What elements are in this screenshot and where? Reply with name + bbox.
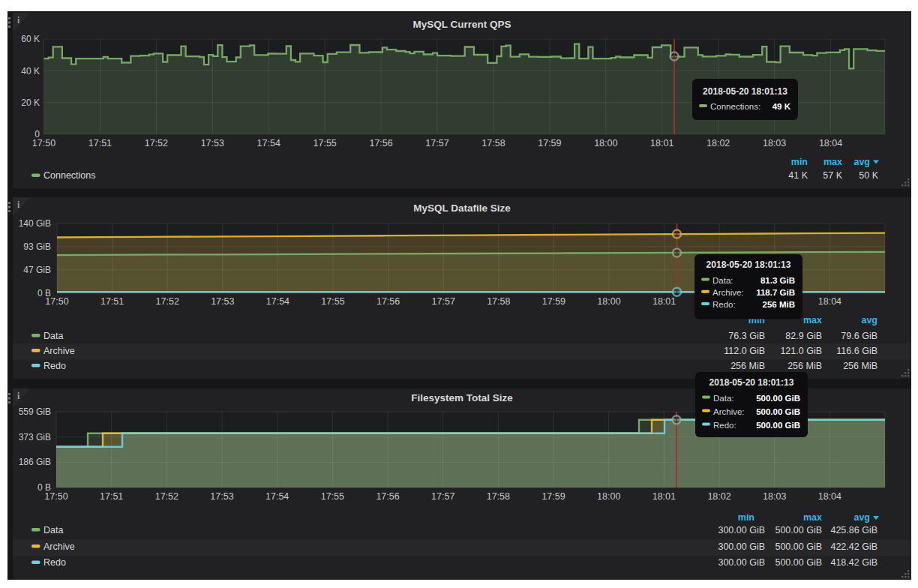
svg-text:17:57: 17:57 bbox=[432, 296, 455, 307]
svg-text:256 MiB: 256 MiB bbox=[730, 361, 765, 371]
svg-text:17:58: 17:58 bbox=[482, 138, 505, 148]
svg-text:60 K: 60 K bbox=[21, 34, 40, 44]
svg-text:17:50: 17:50 bbox=[44, 491, 68, 502]
svg-text:17:52: 17:52 bbox=[156, 296, 179, 307]
svg-text:17:59: 17:59 bbox=[538, 138, 561, 148]
svg-text:17:58: 17:58 bbox=[487, 296, 510, 307]
svg-text:17:54: 17:54 bbox=[266, 491, 289, 502]
svg-text:425.86 GiB: 425.86 GiB bbox=[830, 525, 878, 536]
svg-text:18:01: 18:01 bbox=[652, 491, 676, 502]
svg-text:500.00 GiB: 500.00 GiB bbox=[756, 407, 800, 416]
svg-text:17:55: 17:55 bbox=[321, 491, 344, 502]
svg-text:17:53: 17:53 bbox=[211, 296, 234, 307]
svg-text:Data: Data bbox=[44, 525, 63, 536]
svg-text:17:59: 17:59 bbox=[542, 491, 565, 502]
svg-text:93 GiB: 93 GiB bbox=[23, 242, 51, 252]
svg-text:17:51: 17:51 bbox=[100, 296, 124, 307]
svg-text:avg: avg bbox=[861, 315, 878, 326]
svg-text:373 GiB: 373 GiB bbox=[19, 432, 51, 442]
svg-text:57 K: 57 K bbox=[823, 170, 842, 181]
svg-text:41 K: 41 K bbox=[788, 170, 808, 181]
svg-text:Archive: Archive bbox=[44, 542, 75, 552]
svg-text:18:04: 18:04 bbox=[819, 138, 842, 148]
svg-text:max: max bbox=[803, 512, 822, 523]
svg-text:17:51: 17:51 bbox=[100, 491, 123, 502]
svg-text:17:57: 17:57 bbox=[431, 491, 454, 502]
svg-text:18:02: 18:02 bbox=[707, 491, 730, 502]
svg-text:Redo: Redo bbox=[44, 361, 66, 371]
svg-text:118.7 GiB: 118.7 GiB bbox=[756, 288, 795, 297]
svg-text:17:54: 17:54 bbox=[257, 138, 280, 148]
svg-text:17:50: 17:50 bbox=[32, 138, 56, 148]
svg-text:max: max bbox=[803, 315, 822, 326]
svg-text:Archive:: Archive: bbox=[712, 288, 744, 297]
svg-text:Data:: Data: bbox=[713, 394, 734, 403]
svg-text:18:03: 18:03 bbox=[763, 138, 786, 148]
svg-text:17:54: 17:54 bbox=[266, 296, 290, 307]
svg-text:18:01: 18:01 bbox=[652, 296, 676, 307]
svg-text:17:55: 17:55 bbox=[321, 296, 344, 307]
svg-text:500.00 GiB: 500.00 GiB bbox=[775, 542, 822, 552]
svg-text:17:56: 17:56 bbox=[376, 491, 399, 502]
svg-text:min: min bbox=[738, 512, 754, 523]
svg-text:min: min bbox=[791, 157, 808, 167]
svg-text:avg: avg bbox=[854, 512, 870, 523]
svg-text:140 GiB: 140 GiB bbox=[19, 218, 51, 229]
svg-text:MySQL Current QPS: MySQL Current QPS bbox=[412, 19, 511, 30]
svg-text:2018-05-20 18:01:13: 2018-05-20 18:01:13 bbox=[703, 86, 788, 97]
svg-text:2018-05-20 18:01:13: 2018-05-20 18:01:13 bbox=[706, 260, 791, 270]
svg-text:17:53: 17:53 bbox=[201, 138, 224, 148]
svg-text:Redo:: Redo: bbox=[712, 300, 736, 309]
svg-text:116.6 GiB: 116.6 GiB bbox=[836, 346, 878, 356]
svg-text:Archive: Archive bbox=[44, 346, 75, 356]
svg-text:17:53: 17:53 bbox=[210, 491, 233, 502]
svg-text:18:03: 18:03 bbox=[763, 491, 786, 502]
svg-text:418.42 GiB: 418.42 GiB bbox=[830, 557, 878, 568]
svg-text:18:01: 18:01 bbox=[650, 138, 674, 148]
svg-text:18:04: 18:04 bbox=[818, 491, 842, 502]
svg-text:500.00 GiB: 500.00 GiB bbox=[756, 421, 800, 430]
svg-text:500.00 GiB: 500.00 GiB bbox=[775, 525, 822, 536]
svg-text:avg: avg bbox=[854, 157, 870, 167]
svg-text:17:51: 17:51 bbox=[88, 138, 112, 148]
svg-text:82.9 GiB: 82.9 GiB bbox=[785, 331, 822, 341]
svg-text:2018-05-20 18:01:13: 2018-05-20 18:01:13 bbox=[710, 377, 794, 388]
svg-text:76.3 GiB: 76.3 GiB bbox=[728, 331, 765, 341]
svg-text:112.0 GiB: 112.0 GiB bbox=[724, 346, 765, 356]
svg-text:300.00 GiB: 300.00 GiB bbox=[718, 525, 765, 536]
svg-text:559 GiB: 559 GiB bbox=[19, 406, 51, 417]
svg-text:18:04: 18:04 bbox=[818, 296, 842, 307]
svg-text:18:00: 18:00 bbox=[597, 491, 620, 502]
svg-text:18:02: 18:02 bbox=[706, 138, 730, 148]
svg-text:47 GiB: 47 GiB bbox=[23, 265, 51, 275]
svg-text:20 K: 20 K bbox=[21, 98, 40, 108]
svg-text:17:56: 17:56 bbox=[376, 296, 400, 307]
svg-text:Data:: Data: bbox=[712, 276, 734, 285]
svg-text:18:00: 18:00 bbox=[597, 296, 620, 307]
svg-text:79.6 GiB: 79.6 GiB bbox=[841, 331, 878, 341]
svg-text:17:50: 17:50 bbox=[45, 296, 68, 307]
svg-text:Connections:: Connections: bbox=[710, 102, 760, 111]
svg-text:Archive:: Archive: bbox=[713, 407, 745, 416]
svg-text:422.42 GiB: 422.42 GiB bbox=[830, 542, 878, 552]
svg-text:300.00 GiB: 300.00 GiB bbox=[718, 557, 765, 568]
svg-text:186 GiB: 186 GiB bbox=[19, 457, 51, 467]
svg-text:500.00 GiB: 500.00 GiB bbox=[775, 557, 822, 568]
svg-text:17:56: 17:56 bbox=[369, 138, 392, 148]
svg-text:Redo: Redo bbox=[44, 557, 66, 568]
svg-text:Connections: Connections bbox=[44, 170, 96, 181]
svg-text:256 MiB: 256 MiB bbox=[788, 361, 822, 371]
svg-text:17:59: 17:59 bbox=[542, 296, 566, 307]
svg-text:81.3 GiB: 81.3 GiB bbox=[760, 276, 795, 285]
svg-text:MySQL Datafile Size: MySQL Datafile Size bbox=[413, 202, 511, 214]
svg-text:Filesystem Total Size: Filesystem Total Size bbox=[411, 392, 513, 404]
svg-text:300.00 GiB: 300.00 GiB bbox=[718, 542, 765, 552]
svg-text:17:58: 17:58 bbox=[487, 491, 510, 502]
svg-text:17:55: 17:55 bbox=[314, 138, 337, 148]
svg-text:Redo:: Redo: bbox=[713, 421, 736, 430]
svg-text:17:52: 17:52 bbox=[145, 138, 168, 148]
svg-text:256 MiB: 256 MiB bbox=[763, 300, 795, 309]
svg-text:500.00 GiB: 500.00 GiB bbox=[756, 394, 800, 403]
svg-text:18:00: 18:00 bbox=[594, 138, 617, 148]
svg-text:121.0 GiB: 121.0 GiB bbox=[780, 346, 822, 356]
